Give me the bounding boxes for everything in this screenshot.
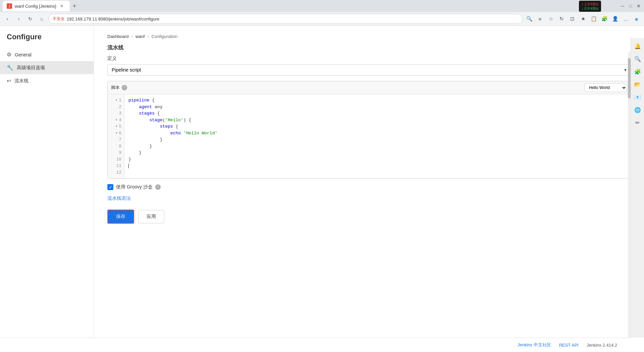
security-warning: 不安全 [53, 16, 65, 22]
definition-select-wrapper: Pipeline script Pipeline script from SCM… [107, 64, 631, 76]
wrench-icon: 🔧 [7, 64, 13, 71]
back-button[interactable]: ‹ [3, 14, 12, 24]
groovy-help-icon[interactable]: ? [155, 184, 161, 190]
new-tab-button[interactable]: + [70, 1, 79, 11]
pipeline-section: 流水线 定义 Pipeline script Pipeline script f… [107, 44, 631, 224]
sidebar-item-pipeline-label: 流水线 [14, 78, 29, 84]
definition-label: 定义 [107, 55, 631, 61]
code-text[interactable]: pipeline { agent any stages { stage('Hel… [124, 94, 630, 178]
footer-community-link[interactable]: Jenkins 中文社区 [518, 342, 551, 348]
reader-view-button[interactable]: ≡ [535, 14, 545, 24]
download-speed: ↓ 0.9 KB/s [582, 6, 598, 10]
extensions-button[interactable]: 🧩 [600, 14, 609, 24]
gear-icon: ⚙ [7, 51, 11, 58]
pipeline-icon: ↩ [7, 78, 11, 84]
edge-button[interactable]: e [632, 14, 641, 24]
save-button[interactable]: 保存 [107, 210, 134, 224]
refresh-button[interactable]: ↻ [557, 14, 566, 24]
scrollbar-track[interactable] [628, 51, 631, 338]
url-text: 192.168.179.11:8080/jenkins/job/wanf/con… [67, 16, 518, 21]
code-snippet-select[interactable]: Hello World GitHub + Maven [585, 83, 627, 92]
address-bar[interactable]: 不安全 192.168.179.11:8080/jenkins/job/wanf… [48, 14, 523, 24]
breadcrumb-dashboard[interactable]: Dashboard [107, 34, 129, 39]
groovy-sandbox-row: ✓ 使用 Groovy 沙盒 ? [107, 184, 631, 190]
browser-tab[interactable]: J wanf Config [Jenkins] ✕ [3, 1, 70, 11]
groovy-sandbox-label: 使用 Groovy 沙盒 [116, 184, 153, 190]
main-content: Dashboard › wanf › Configuration 流水线 定义 … [94, 26, 644, 338]
sidebar-item-general-label: General [15, 52, 32, 57]
maximize-button[interactable]: □ [628, 3, 633, 9]
tab-title: wanf Config [Jenkins] [15, 4, 56, 9]
pipeline-section-title: 流水线 [107, 44, 631, 51]
scrollbar-thumb[interactable] [628, 58, 631, 98]
sidebar-extensions-button[interactable]: 🧩 [632, 66, 643, 77]
forward-button[interactable]: › [14, 14, 23, 24]
breadcrumb: Dashboard › wanf › Configuration [107, 34, 631, 39]
script-help-icon[interactable]: ? [122, 85, 127, 90]
sidebar-search-button[interactable]: 🔍 [632, 53, 643, 64]
sidebar-notifications-button[interactable]: 🔔 [632, 41, 643, 51]
definition-select[interactable]: Pipeline script Pipeline script from SCM [107, 64, 631, 76]
more-button[interactable]: … [621, 14, 631, 24]
network-indicator: ↑ 1.9 KB/s ↓ 0.9 KB/s [579, 1, 601, 12]
code-editor: 脚本 ? Hello World GitHub + Maven ▾1 2 [107, 81, 631, 179]
collections-button[interactable]: 📋 [589, 14, 598, 24]
sidebar-item-advanced[interactable]: 🔧 高级项目选项 [0, 61, 94, 74]
checkmark-icon: ✓ [109, 185, 112, 190]
groovy-sandbox-checkbox[interactable]: ✓ [107, 184, 113, 190]
left-sidebar: Configure ⚙ General 🔧 高级项目选项 ↩ 流水线 [0, 26, 94, 338]
footer-version: Jenkins 2.414.2 [587, 343, 617, 348]
breadcrumb-configuration: Configuration [152, 34, 177, 39]
sidebar-item-pipeline[interactable]: ↩ 流水线 [0, 74, 94, 87]
sidebar-note-button[interactable]: ✏ [632, 117, 643, 128]
sidebar-outlook-button[interactable]: 📧 [632, 92, 643, 102]
tab-close-button[interactable]: ✕ [59, 3, 64, 9]
apply-button[interactable]: 应用 [138, 210, 164, 223]
code-body[interactable]: ▾1 2 3 ▾4 ▾5 ▾6 7 8 9 10 11 12 [108, 94, 630, 178]
home-button[interactable]: ⌂ [37, 14, 46, 24]
page-title: Configure [0, 33, 94, 48]
split-view-button[interactable]: ⊡ [568, 14, 577, 24]
line-numbers: ▾1 2 3 ▾4 ▾5 ▾6 7 8 9 10 11 12 [108, 94, 124, 178]
footer-rest-api-link[interactable]: REST API [559, 343, 579, 348]
close-window-button[interactable]: ✕ [636, 3, 641, 9]
sidebar-translate-button[interactable]: 🌐 [632, 104, 643, 115]
script-label: 脚本 [111, 85, 120, 91]
favorites-button[interactable]: ★ [578, 14, 588, 24]
button-row: 保存 应用 [107, 210, 631, 224]
profile-button[interactable]: 👤 [610, 14, 620, 24]
reload-button[interactable]: ↻ [25, 14, 35, 24]
footer: Jenkins 中文社区 REST API Jenkins 2.414.2 [0, 338, 631, 352]
tab-favicon: J [7, 3, 12, 9]
bookmark-button[interactable]: ☆ [546, 14, 555, 24]
sidebar-collections-button[interactable]: 📂 [632, 79, 643, 90]
pipeline-syntax-link[interactable]: 流水线语法 [107, 195, 631, 202]
minimize-button[interactable]: ─ [620, 3, 625, 9]
browser-sidebar: 🔔 🔍 🧩 📂 📧 🌐 ✏ + ⚙ ⤢ [631, 38, 644, 338]
zoom-in-button[interactable]: 🔍 [525, 14, 534, 24]
code-editor-header: 脚本 ? Hello World GitHub + Maven [108, 81, 630, 94]
sidebar-item-advanced-label: 高级项目选项 [17, 65, 45, 71]
sidebar-item-general[interactable]: ⚙ General [0, 48, 94, 61]
upload-speed: ↑ 1.9 KB/s [582, 2, 598, 6]
breadcrumb-wanf[interactable]: wanf [136, 34, 145, 39]
